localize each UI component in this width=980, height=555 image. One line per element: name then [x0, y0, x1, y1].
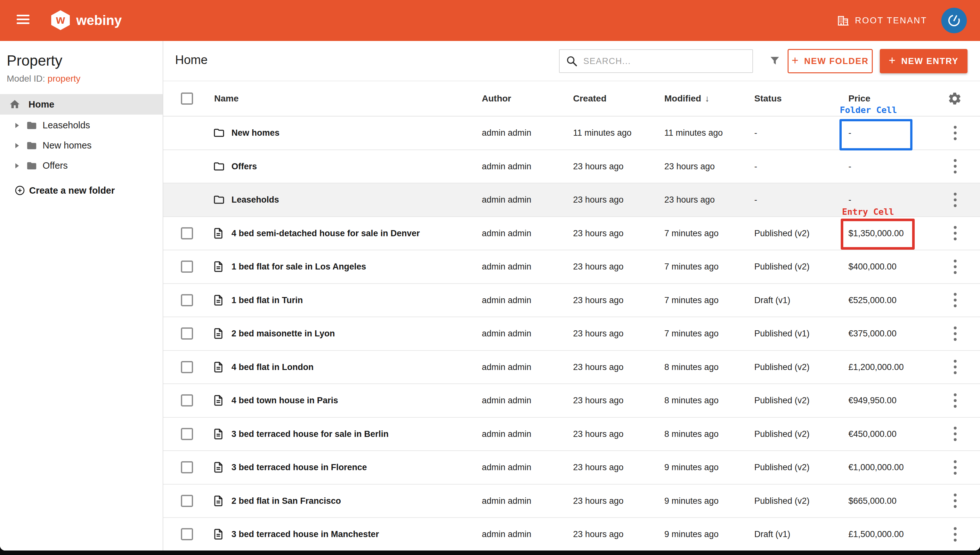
table-row[interactable]: 4 bed flat in London admin admin 23 hour… [163, 351, 980, 384]
column-header-name[interactable]: Name [214, 93, 239, 104]
column-header-author[interactable]: Author [482, 93, 511, 104]
document-icon [212, 294, 225, 307]
home-icon [9, 99, 21, 110]
row-type-icon [212, 127, 226, 139]
table-row[interactable]: 3 bed terraced house for sale in Berlin … [163, 418, 980, 451]
cell-status: Published (v2) [754, 262, 810, 272]
plus-icon: + [889, 54, 896, 67]
plus-icon: + [792, 54, 799, 67]
sidebar-folder-label: Offers [43, 160, 67, 171]
column-header-status[interactable]: Status [754, 93, 782, 104]
row-actions-kebab-icon[interactable] [946, 157, 964, 176]
row-checkbox[interactable] [181, 461, 193, 473]
filter-icon[interactable] [767, 53, 783, 69]
new-entry-button[interactable]: + NEW ENTRY [880, 49, 967, 73]
row-actions-kebab-icon[interactable] [946, 224, 964, 243]
row-actions-kebab-icon[interactable] [946, 424, 964, 444]
cell-price: $400,000.00 [848, 262, 897, 272]
cell-modified: 8 minutes ago [664, 429, 719, 439]
cell-name[interactable]: 3 bed terraced house for sale in Berlin [231, 429, 389, 439]
search-box [559, 49, 753, 73]
row-actions-kebab-icon[interactable] [946, 123, 964, 143]
tenant-selector[interactable]: ROOT TENANT [837, 0, 927, 41]
column-header-modified[interactable]: Modified↓ [664, 93, 709, 104]
table-body: New homes admin admin 11 minutes ago 11 … [163, 117, 980, 550]
cell-name[interactable]: 1 bed flat in Turin [231, 295, 303, 305]
document-icon [212, 528, 225, 541]
row-actions-kebab-icon[interactable] [946, 324, 964, 343]
folder-icon [212, 194, 226, 206]
row-actions-kebab-icon[interactable] [946, 358, 964, 377]
cell-created: 23 hours ago [573, 161, 624, 171]
table-row[interactable]: 3 bed terraced house in Manchester admin… [163, 518, 980, 550]
new-folder-button[interactable]: + NEW FOLDER [788, 49, 873, 73]
cell-created: 23 hours ago [573, 496, 624, 506]
sidebar-item-new-homes[interactable]: New homes [0, 135, 163, 156]
cell-name[interactable]: 4 bed flat in London [231, 362, 313, 372]
row-checkbox[interactable] [181, 294, 193, 306]
cell-name[interactable]: 3 bed terraced house in Manchester [231, 529, 379, 539]
row-checkbox[interactable] [181, 394, 193, 406]
cell-name[interactable]: Leaseholds [231, 195, 279, 205]
select-all-checkbox[interactable] [181, 93, 193, 105]
cell-author: admin admin [482, 329, 531, 338]
row-checkbox[interactable] [181, 361, 193, 373]
cell-author: admin admin [482, 195, 531, 205]
table-row[interactable]: 1 bed flat for sale in Los Angeles admin… [163, 250, 980, 284]
power-icon [944, 10, 965, 31]
gear-icon[interactable] [946, 90, 963, 107]
row-checkbox[interactable] [181, 227, 193, 239]
search-input[interactable] [583, 56, 752, 67]
user-avatar[interactable] [941, 8, 967, 33]
table-row[interactable]: Offers admin admin 23 hours ago 23 hours… [163, 150, 980, 184]
cell-name[interactable]: 3 bed terraced house in Florence [231, 462, 367, 472]
column-header-price[interactable]: Price [848, 93, 871, 104]
cell-status: - [754, 195, 757, 205]
table-row[interactable]: 3 bed terraced house in Florence admin a… [163, 451, 980, 484]
cell-name[interactable]: New homes [231, 128, 279, 138]
table-row[interactable]: 2 bed maisonette in Lyon admin admin 23 … [163, 317, 980, 351]
cell-name[interactable]: Offers [231, 161, 257, 171]
cell-created: 23 hours ago [573, 262, 624, 272]
folder-tree: Home Leaseholds New homes Offers [0, 94, 163, 201]
hamburger-menu-icon[interactable] [17, 15, 29, 26]
model-id-label: Model ID: [7, 74, 45, 83]
cell-name[interactable]: 2 bed maisonette in Lyon [231, 329, 335, 338]
row-actions-kebab-icon[interactable] [946, 525, 964, 544]
row-actions-kebab-icon[interactable] [946, 491, 964, 510]
table-row[interactable]: 2 bed flat in San Francisco admin admin … [163, 484, 980, 518]
cell-status: Published (v1) [754, 329, 810, 338]
row-checkbox[interactable] [181, 260, 193, 273]
row-checkbox[interactable] [181, 327, 193, 340]
cell-name[interactable]: 4 bed semi-detached house for sale in De… [231, 228, 420, 238]
building-icon [837, 14, 849, 27]
row-checkbox[interactable] [181, 495, 193, 507]
row-checkbox[interactable] [181, 428, 193, 440]
document-icon [212, 460, 225, 474]
row-actions-kebab-icon[interactable] [946, 290, 964, 310]
row-actions-kebab-icon[interactable] [946, 190, 964, 209]
folder-icon [26, 120, 38, 131]
cell-price: $665,000.00 [848, 496, 897, 506]
chevron-right-icon[interactable] [15, 163, 19, 168]
create-folder-button[interactable]: Create a new folder [0, 180, 163, 201]
sidebar-item-home[interactable]: Home [0, 94, 163, 115]
webiny-logo-icon[interactable]: w [51, 10, 70, 30]
row-checkbox[interactable] [181, 528, 193, 540]
sidebar-item-offers[interactable]: Offers [0, 156, 163, 176]
table-row[interactable]: 1 bed flat in Turin admin admin 23 hours… [163, 284, 980, 318]
sidebar-item-leaseholds[interactable]: Leaseholds [0, 115, 163, 135]
column-header-created[interactable]: Created [573, 93, 606, 104]
sort-down-icon[interactable]: ↓ [705, 93, 709, 103]
chevron-right-icon[interactable] [15, 143, 19, 148]
cell-modified: 7 minutes ago [664, 329, 719, 338]
chevron-right-icon[interactable] [15, 123, 19, 128]
row-type-icon [212, 194, 226, 206]
table-row[interactable]: 4 bed town house in Paris admin admin 23… [163, 384, 980, 418]
row-actions-kebab-icon[interactable] [946, 257, 964, 276]
cell-name[interactable]: 4 bed town house in Paris [231, 396, 338, 406]
row-actions-kebab-icon[interactable] [946, 391, 964, 410]
cell-name[interactable]: 1 bed flat for sale in Los Angeles [231, 262, 366, 272]
row-actions-kebab-icon[interactable] [946, 458, 964, 477]
cell-name[interactable]: 2 bed flat in San Francisco [231, 496, 341, 506]
